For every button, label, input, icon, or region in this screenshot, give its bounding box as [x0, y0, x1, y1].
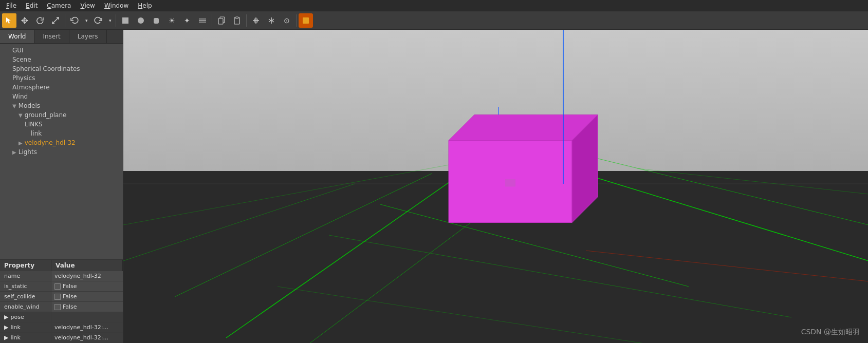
prop-name-link1: ▶ link	[0, 322, 51, 332]
prop-name-link2: ▶ link	[0, 333, 51, 342]
box-button[interactable]	[118, 13, 133, 28]
svg-rect-0	[122, 17, 128, 24]
prop-header-property: Property	[0, 260, 51, 271]
svg-line-19	[175, 174, 432, 297]
sep5	[296, 14, 297, 27]
prop-value-link2: velodyne_hdl-32:...	[51, 333, 123, 342]
record-button[interactable]	[299, 13, 313, 28]
tree-item-lights[interactable]: ▶ Lights	[0, 147, 123, 157]
prop-name-pose: ▶ pose	[0, 312, 51, 322]
ground-plane-label: ground_plane	[25, 111, 67, 119]
gui-label: GUI	[12, 47, 24, 54]
translate-tool-button[interactable]	[17, 13, 32, 28]
tree-item-ground-plane[interactable]: ▼ ground_plane	[0, 110, 123, 120]
prop-row-pose[interactable]: ▶ pose	[0, 312, 123, 322]
tab-bar: World Insert Layers	[0, 30, 123, 44]
tree-item-gui[interactable]: GUI	[0, 46, 123, 55]
svg-line-23	[586, 251, 868, 281]
atmosphere-label: Atmosphere	[12, 84, 50, 91]
menu-view[interactable]: View	[76, 1, 99, 10]
svg-rect-32	[505, 179, 515, 186]
copy-button[interactable]	[214, 13, 229, 28]
velodyne-label: velodyne_hdl-32	[25, 139, 76, 146]
menu-file[interactable]: File	[2, 1, 21, 10]
world-tree: GUI Scene Spherical Coordinates Physics …	[0, 44, 123, 259]
align-button[interactable]	[249, 13, 263, 28]
prop-row-name[interactable]: name velodyne_hdl-32	[0, 271, 123, 281]
tree-item-scene[interactable]: Scene	[0, 55, 123, 64]
cube-svg	[408, 99, 613, 253]
svg-line-26	[123, 184, 355, 261]
tree-item-spherical[interactable]: Spherical Coordinates	[0, 64, 123, 73]
physics-label: Physics	[12, 74, 35, 82]
svg-marker-30	[449, 115, 598, 140]
paste-button[interactable]	[230, 13, 244, 28]
menu-edit[interactable]: Edit	[22, 1, 42, 10]
prop-name-is-static: is_static	[0, 281, 51, 291]
lights-label: Lights	[19, 148, 37, 156]
tab-world[interactable]: World	[0, 30, 34, 43]
velodyne-arrow: ▶	[19, 140, 23, 146]
viewport[interactable]: CSDN @生如昭羽	[123, 30, 868, 343]
snap-button[interactable]: ⊙	[280, 13, 294, 28]
prop-value-name: velodyne_hdl-32	[51, 271, 123, 281]
menu-camera[interactable]: Camera	[43, 1, 75, 10]
vertical-axis-line	[563, 30, 564, 184]
menu-help[interactable]: Help	[134, 1, 156, 10]
pointlight-button[interactable]: ✦	[180, 13, 194, 28]
prop-name-self-collide: self_collide	[0, 292, 51, 301]
prop-row-link2[interactable]: ▶ link velodyne_hdl-32:...	[0, 333, 123, 343]
prop-value-is-static: False	[51, 281, 123, 291]
tree-item-links[interactable]: LINKS	[0, 120, 123, 129]
tree-item-physics[interactable]: Physics	[0, 73, 123, 83]
prop-row-self-collide[interactable]: self_collide False	[0, 292, 123, 302]
mirror-button[interactable]	[264, 13, 279, 28]
tab-layers[interactable]: Layers	[69, 30, 107, 43]
left-panel: World Insert Layers GUI Scene Spherical …	[0, 30, 123, 343]
spherical-label: Spherical Coordinates	[12, 65, 80, 72]
tree-item-wind[interactable]: Wind	[0, 92, 123, 101]
enable-wind-checkbox[interactable]	[54, 304, 61, 310]
lights-arrow: ▶	[12, 149, 16, 155]
sun-button[interactable]: ☀	[164, 13, 179, 28]
tree-item-atmosphere[interactable]: Atmosphere	[0, 83, 123, 92]
tree-item-models[interactable]: ▼ Models	[0, 101, 123, 110]
link-label: link	[31, 130, 42, 137]
undo-dropdown-button[interactable]: ▾	[83, 13, 90, 28]
self-collide-checkbox[interactable]	[54, 294, 61, 300]
sep1	[65, 14, 65, 27]
prop-row-is-static[interactable]: is_static False	[0, 281, 123, 292]
sep4	[246, 14, 247, 27]
scale-tool-button[interactable]	[48, 13, 63, 28]
spotline-button[interactable]	[195, 13, 210, 28]
select-tool-button[interactable]	[2, 13, 16, 28]
properties-panel: Property Value name velodyne_hdl-32 is_s…	[0, 259, 123, 343]
scene-label: Scene	[12, 56, 31, 63]
prop-row-link1[interactable]: ▶ link velodyne_hdl-32:...	[0, 322, 123, 333]
is-static-checkbox[interactable]	[54, 283, 61, 290]
svg-line-21	[596, 158, 868, 225]
sep2	[116, 14, 116, 27]
sep3	[212, 14, 212, 27]
prop-name-name: name	[0, 271, 51, 281]
prop-header-value: Value	[51, 260, 123, 271]
link2-arrow: ▶	[4, 334, 8, 341]
tree-item-link[interactable]: link	[0, 129, 123, 138]
prop-value-pose	[51, 312, 123, 322]
cylinder-button[interactable]	[149, 13, 163, 28]
links-label: LINKS	[25, 121, 43, 128]
svg-line-28	[637, 168, 868, 194]
menu-window[interactable]: Window	[100, 1, 133, 10]
models-arrow: ▼	[12, 103, 16, 109]
prop-row-enable-wind[interactable]: enable_wind False	[0, 302, 123, 312]
cube-3d	[408, 99, 613, 255]
redo-button[interactable]	[91, 13, 105, 28]
sphere-button[interactable]	[134, 13, 148, 28]
prop-value-self-collide: False	[51, 292, 123, 301]
rotate-tool-button[interactable]	[33, 13, 47, 28]
redo-dropdown-button[interactable]: ▾	[106, 13, 114, 28]
tree-item-velodyne[interactable]: ▶ velodyne_hdl-32	[0, 138, 123, 147]
svg-line-25	[278, 287, 740, 343]
tab-insert[interactable]: Insert	[34, 30, 69, 43]
undo-button[interactable]	[67, 13, 82, 28]
